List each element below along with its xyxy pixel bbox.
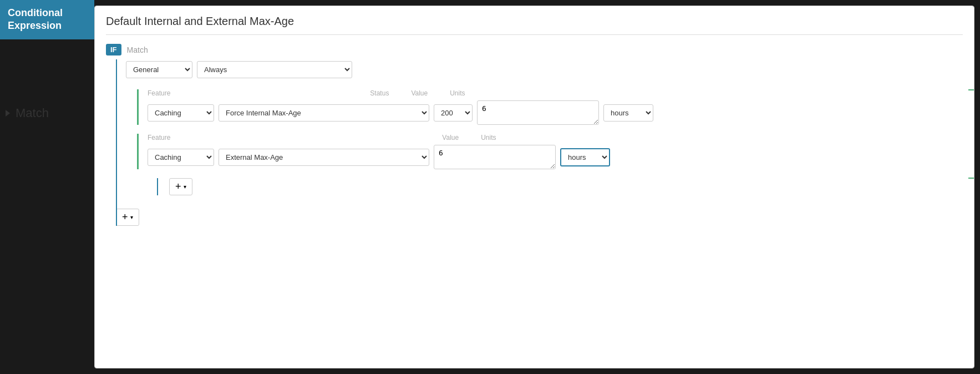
feature-2-units-label: Units bbox=[481, 134, 496, 141]
feature-block-1: Feature Status Value Units Caching Force… bbox=[137, 89, 963, 125]
if-row: IF Match bbox=[106, 44, 963, 55]
feature-1-labels: Feature Status Value Units bbox=[148, 89, 963, 97]
match-label-container: Match bbox=[0, 106, 94, 120]
feature-1-value-input[interactable]: 6 bbox=[477, 100, 599, 125]
if-section: IF Match General Always Feature Status V… bbox=[106, 44, 963, 226]
match-label: Match bbox=[16, 106, 49, 120]
feature-1-name-select[interactable]: Force Internal Max-Age bbox=[219, 104, 429, 122]
feature-1-units-select[interactable]: hours bbox=[603, 104, 653, 122]
if-badge: IF bbox=[106, 44, 121, 55]
add-bottom-row: + ▾ bbox=[116, 209, 963, 226]
add-bottom-button[interactable]: + ▾ bbox=[116, 209, 139, 226]
feature-2-labels: Feature Value Units bbox=[148, 134, 963, 141]
features-brace bbox=[968, 89, 974, 179]
add-feature-button[interactable]: + ▾ bbox=[169, 178, 192, 195]
match-condition-select[interactable]: Always bbox=[197, 61, 352, 78]
feature-2-type-select[interactable]: Caching bbox=[148, 149, 214, 166]
feature-1-units-label: Units bbox=[450, 89, 465, 97]
match-selects-row: General Always bbox=[126, 61, 963, 78]
feature-2-units-select[interactable]: hours bbox=[560, 148, 610, 166]
arrow-icon bbox=[6, 110, 10, 117]
feature-1-feature-label: Feature bbox=[148, 89, 170, 97]
feature-1-type-select[interactable]: Caching bbox=[148, 104, 214, 122]
feature-1-value-label: Value bbox=[411, 89, 428, 97]
vertical-connector-line bbox=[116, 59, 117, 226]
main-content: Default Internal and External Max-Age IF… bbox=[94, 6, 974, 368]
if-match-text: Match bbox=[127, 46, 148, 54]
add-bottom-plus-icon: + bbox=[122, 211, 128, 223]
add-bottom-chevron-icon: ▾ bbox=[130, 214, 133, 220]
feature-2-name-select[interactable]: External Max-Age bbox=[219, 149, 429, 166]
feature-1-status-select[interactable]: 200 bbox=[434, 104, 473, 122]
feature-2-inputs: Caching External Max-Age 6 hours bbox=[148, 145, 963, 169]
add-feature-chevron-icon: ▾ bbox=[184, 184, 186, 190]
feature-1-status-label: Status bbox=[370, 89, 389, 97]
features-section: Feature Status Value Units Caching Force… bbox=[137, 89, 963, 195]
feature-2-value-input[interactable]: 6 bbox=[434, 145, 556, 169]
match-type-select[interactable]: General bbox=[126, 61, 192, 78]
add-feature-row: + ▾ bbox=[157, 178, 963, 195]
rule-title: Default Internal and External Max-Age bbox=[106, 15, 963, 35]
feature-2-value-label: Value bbox=[442, 134, 459, 141]
conditional-expression-label: Conditional Expression bbox=[0, 0, 94, 39]
match-arrow-icon bbox=[6, 110, 12, 117]
feature-1-inputs: Caching Force Internal Max-Age 200 6 hou… bbox=[148, 100, 963, 125]
feature-block-2: Feature Value Units Caching External Max… bbox=[137, 134, 963, 169]
left-panel: Conditional Expression Match bbox=[0, 0, 94, 374]
add-feature-plus-icon: + bbox=[175, 181, 181, 193]
feature-2-feature-label: Feature bbox=[148, 134, 170, 141]
